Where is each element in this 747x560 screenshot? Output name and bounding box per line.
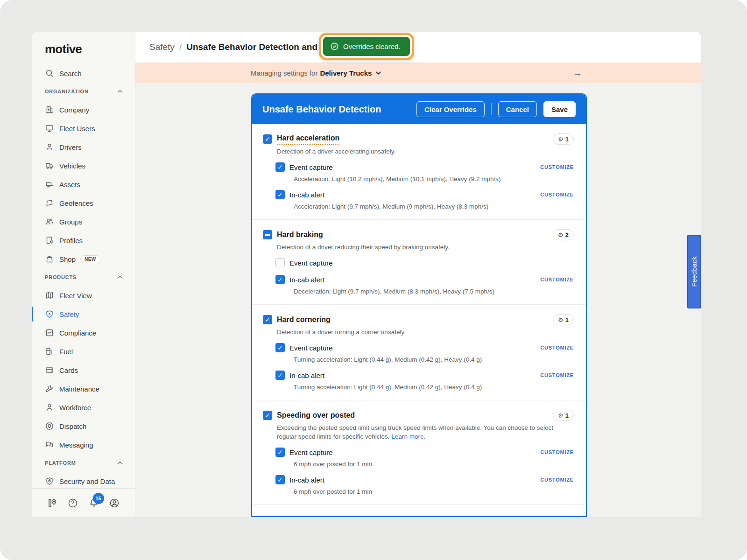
- sidebar-item-label: Company: [59, 106, 89, 114]
- section-title-row: Hard acceleration⚙1: [263, 133, 574, 145]
- section-title-row: Hard braking⚙2: [263, 229, 574, 240]
- truck-icon: [45, 161, 54, 170]
- hard-braking-checkbox[interactable]: [263, 230, 272, 239]
- speeding-over-posted-checkbox[interactable]: [263, 411, 272, 420]
- sidebar-group-header-organization[interactable]: ORGANIZATION: [32, 83, 135, 100]
- sidebar-item-company[interactable]: Company: [32, 100, 135, 119]
- sidebar-item-label: Search: [59, 70, 82, 77]
- hard-acceleration-event-capture-checkbox[interactable]: [275, 162, 285, 172]
- sidebar-item-label: Fleet Users: [59, 125, 95, 133]
- sidebar-item-shop[interactable]: ShopNEW: [32, 250, 135, 268]
- hard-cornering-in-cab-alert-checkbox[interactable]: [275, 371, 285, 380]
- override-count-badge[interactable]: ⚙1: [553, 133, 574, 145]
- hard-cornering-event-capture-checkbox[interactable]: [275, 343, 285, 352]
- setting-row-hard-cornering-event-capture: Event captureCUSTOMIZE: [275, 342, 574, 353]
- content-area: Unsafe Behavior Detection Clear Override…: [135, 83, 701, 517]
- customize-link[interactable]: CUSTOMIZE: [540, 345, 574, 350]
- doc-gear-icon: [45, 236, 54, 245]
- sidebar-item-label: Safety: [59, 310, 79, 318]
- sidebar-item-safety[interactable]: Safety: [32, 305, 135, 323]
- sidebar-item-fleet-view[interactable]: Fleet View: [32, 286, 135, 305]
- cancel-button[interactable]: Cancel: [498, 101, 537, 117]
- speeding-over-posted-event-capture-checkbox[interactable]: [275, 448, 285, 457]
- override-count-badge[interactable]: ⚙1: [553, 314, 574, 325]
- panel-header: Unsafe Behavior Detection Clear Override…: [252, 94, 586, 124]
- override-count-badge[interactable]: ⚙1: [553, 410, 574, 421]
- sidebar-item-groups[interactable]: Groups: [32, 212, 135, 231]
- account-icon[interactable]: [109, 497, 120, 509]
- feedback-tab[interactable]: Feedback: [687, 235, 701, 308]
- arrow-right-icon[interactable]: →: [571, 67, 584, 79]
- section-title: Hard acceleration: [277, 134, 339, 145]
- hard-braking-event-capture-checkbox[interactable]: [275, 258, 285, 267]
- setting-label: In-cab alert: [289, 191, 324, 199]
- sidebar: motive Search ORGANIZATIONCompanyFleet U…: [32, 32, 135, 517]
- section-speeding-over-posted: Speeding over posted⚙1Exceeding the post…: [252, 400, 586, 504]
- sidebar-group-header-platform[interactable]: PLATFORM: [32, 454, 135, 472]
- breadcrumb-parent[interactable]: Safety: [149, 42, 175, 52]
- hard-acceleration-in-cab-alert-checkbox[interactable]: [275, 190, 285, 199]
- help-icon[interactable]: [67, 497, 78, 509]
- sidebar-item-label: Shop: [59, 255, 76, 263]
- setting-label: Event capture: [289, 344, 333, 352]
- sidebar-item-assets[interactable]: Assets: [32, 175, 135, 194]
- speeding-over-posted-in-cab-alert-checkbox[interactable]: [275, 475, 285, 484]
- screenshot-stage: motive Search ORGANIZATIONCompanyFleet U…: [0, 0, 747, 560]
- setting-description: Acceleration: Light (9.7 mph/s), Medium …: [294, 202, 574, 211]
- hard-braking-in-cab-alert-checkbox[interactable]: [275, 275, 285, 284]
- sidebar-item-profiles[interactable]: Profiles: [32, 231, 135, 250]
- customize-link[interactable]: CUSTOMIZE: [540, 372, 574, 378]
- section-description: Detection of a driver reducing their spe…: [277, 243, 566, 252]
- override-count-badge[interactable]: ⚙2: [553, 229, 574, 240]
- sidebar-item-dispatch[interactable]: Dispatch: [32, 417, 135, 435]
- sidebar-item-search[interactable]: Search: [32, 64, 135, 83]
- bag-icon: [45, 254, 54, 264]
- customize-link[interactable]: CUSTOMIZE: [540, 164, 574, 170]
- guide-icon[interactable]: [47, 497, 58, 509]
- section-title: Hard cornering: [277, 315, 331, 324]
- sidebar-item-workforce[interactable]: Workforce: [32, 398, 135, 417]
- sidebar-item-cards[interactable]: Cards: [32, 361, 135, 379]
- hard-cornering-checkbox[interactable]: [263, 315, 272, 324]
- sidebar-group-header-products[interactable]: PRODUCTS: [32, 268, 135, 286]
- gear-icon: ⚙: [558, 412, 564, 419]
- section-title: Hard braking: [277, 231, 323, 239]
- section-title-row: Hard cornering⚙1: [263, 314, 574, 325]
- sidebar-footer: 15: [32, 488, 135, 517]
- customize-link[interactable]: CUSTOMIZE: [540, 477, 574, 483]
- chevron-up-icon: [117, 89, 123, 94]
- override-count: 1: [565, 316, 569, 323]
- setting-label: In-cab alert: [289, 276, 324, 284]
- sidebar-item-vehicles[interactable]: Vehicles: [32, 156, 135, 175]
- sidebar-item-fuel[interactable]: Fuel: [32, 342, 135, 361]
- card-icon: [45, 365, 54, 375]
- app-window: motive Search ORGANIZATIONCompanyFleet U…: [32, 32, 701, 517]
- sidebar-item-security-and-data[interactable]: Security and Data: [32, 472, 135, 488]
- customize-link[interactable]: CUSTOMIZE: [540, 277, 574, 282]
- customize-link[interactable]: CUSTOMIZE: [540, 192, 574, 197]
- sidebar-item-maintenance[interactable]: Maintenance: [32, 379, 135, 398]
- sidebar-item-drivers[interactable]: Drivers: [32, 138, 135, 156]
- hard-acceleration-checkbox[interactable]: [263, 134, 272, 144]
- gear-icon: ⚙: [558, 316, 564, 323]
- setting-description: Turning acceleration: Light (0.44 g), Me…: [294, 355, 574, 364]
- section-hard-acceleration: Hard acceleration⚙1Detection of a driver…: [252, 124, 586, 219]
- wrench-icon: [45, 384, 54, 393]
- clear-overrides-button[interactable]: Clear Overrides: [416, 101, 485, 117]
- learn-more-link[interactable]: Learn more.: [391, 433, 425, 440]
- managing-settings-dropdown[interactable]: Managing settings for Delivery Trucks: [251, 63, 381, 83]
- trailer-icon: [45, 180, 54, 189]
- person-icon: [45, 403, 54, 412]
- sidebar-item-fleet-users[interactable]: Fleet Users: [32, 119, 135, 138]
- setting-row-speeding-over-posted-event-capture: Event captureCUSTOMIZE: [275, 447, 574, 458]
- save-button[interactable]: Save: [543, 101, 576, 117]
- sidebar-item-label: Fuel: [59, 348, 73, 356]
- customize-link[interactable]: CUSTOMIZE: [540, 449, 574, 455]
- sidebar-item-geofences[interactable]: Geofences: [32, 194, 135, 212]
- notifications-bell-icon[interactable]: 15: [88, 497, 99, 509]
- motive-logo: motive: [32, 32, 135, 59]
- sidebar-item-label: Cards: [59, 366, 78, 374]
- sidebar-item-messaging[interactable]: Messaging: [32, 435, 135, 454]
- sidebar-item-compliance[interactable]: Compliance: [32, 323, 135, 342]
- sidebar-item-label: Groups: [59, 218, 82, 226]
